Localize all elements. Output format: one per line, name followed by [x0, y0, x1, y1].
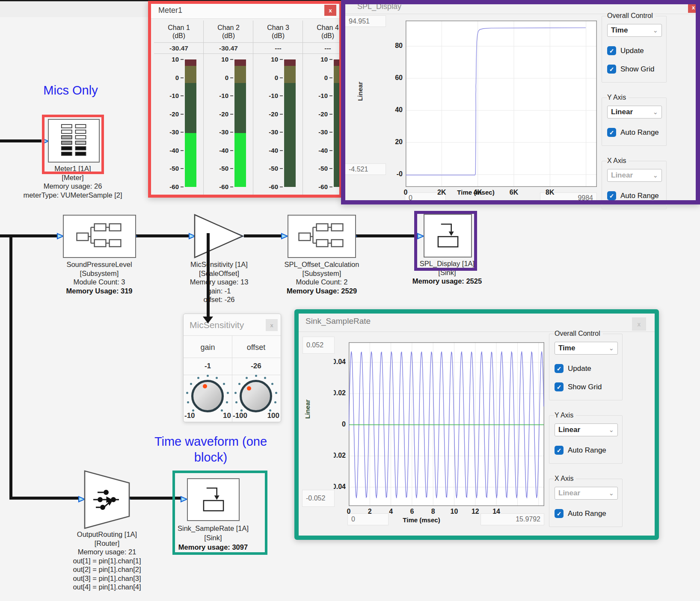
knob-pointer-dot [247, 386, 251, 391]
knob-cell-gain: gain-1-1010 [184, 335, 232, 422]
x-axis-scale-dropdown[interactable]: Linear⌄ [607, 169, 662, 182]
diagram-canvas: Meter1 [1A][Meter]Memory usage: 26meterT… [0, 0, 700, 601]
meter1-close-button[interactable]: x [324, 5, 336, 16]
block-labels-spl-offset: SPL_Offset_Calculation[Subsystem]Module … [262, 260, 382, 295]
x-auto-range-checkbox[interactable]: ✓Auto Range [555, 509, 618, 518]
micsensitivity-close-button[interactable]: x [266, 319, 278, 331]
knob-tick-dot [255, 375, 257, 377]
block-label-line: Memory usage: 21 [47, 548, 167, 557]
y-tick-label: -0.04 [334, 483, 346, 491]
x-auto-range-checkbox[interactable]: ✓Auto Range [607, 191, 662, 200]
y-tick-label-text: -0 [397, 170, 403, 178]
knob-tick-dot [216, 377, 218, 379]
block-label-line: Memory usage: 3097 [153, 542, 273, 552]
knob-tick-dot [264, 377, 266, 379]
meter-tick-label: -30 [303, 128, 328, 136]
y-tick-label-text: 0.04 [334, 358, 346, 366]
knob-offset[interactable] [240, 380, 272, 412]
meter-channel-name: (dB) [172, 32, 185, 40]
block-meter1[interactable] [48, 119, 100, 163]
overall-control-dropdown[interactable]: Time⌄ [607, 24, 662, 37]
meter-tick-label: 10 [253, 56, 278, 63]
block-label-line: out[1] = pin[1].chan[1] [47, 557, 167, 565]
block-labels-soundpressurelevel: SoundPressureLevel[Subsystem]Module Coun… [39, 260, 159, 295]
checkbox-label: Auto Range [620, 192, 659, 200]
knob-tick-dot [227, 392, 229, 394]
x-axis-scale-dropdown[interactable]: Linear⌄ [555, 487, 618, 500]
x-tick-label: 10 [443, 508, 465, 515]
divider [184, 358, 232, 358]
knob-gain[interactable] [191, 380, 224, 412]
meter1-window: Meter1 x Chan 1(dB)-30.47100-10-20-30-40… [148, 1, 342, 198]
meter-tick-label: -30 [154, 128, 179, 136]
meter-tick-label: 10 [204, 56, 228, 63]
knob-max-label: 10 [211, 412, 231, 420]
subsystem-icon [73, 221, 127, 252]
knob-param-name: offset [232, 343, 280, 352]
annotation-time-waveform: Time waveform (one block) [137, 434, 285, 465]
control-group-label: Y Axis [555, 412, 576, 419]
sink_samplerate_scope-svg [349, 342, 544, 506]
meter-bar-area: 100-10-20-30-40-50-60 [253, 54, 303, 195]
x-tick-label: 6 [401, 508, 423, 515]
update-checkbox[interactable]: ✓Update [555, 364, 618, 373]
sink-icon [193, 482, 234, 518]
y-auto-range-checkbox[interactable]: ✓Auto Range [607, 128, 662, 137]
overall-control-dropdown[interactable]: Time⌄ [555, 342, 618, 355]
meter-channel-readout: --- [253, 43, 303, 54]
block-labels-spl-display: SPL_Display [1A][Sink]Memory usage: 2525 [387, 259, 507, 286]
dropdown-value: Time [558, 344, 575, 352]
control-group: Overall ControlTime⌄✓Update✓Show Grid [602, 12, 667, 83]
sink-close-button[interactable]: x [632, 317, 646, 331]
meter-tick-mark [181, 168, 184, 169]
show-grid-checkbox[interactable]: ✓Show Grid [607, 65, 662, 74]
block-sink-samplerate[interactable] [187, 478, 240, 521]
wire-micsensitivity-to-offset[interactable] [244, 234, 282, 237]
dropdown-value: Time [611, 26, 628, 35]
y-tick-label: 80 [386, 42, 403, 50]
spl-close-button[interactable]: x [688, 2, 699, 13]
meter-tick-label: 10 [303, 56, 328, 63]
subsystem-icon [295, 221, 349, 252]
meter-tick-label: -60 [303, 183, 328, 190]
chevron-down-icon: ⌄ [608, 344, 614, 352]
block-micsensitivity[interactable] [194, 214, 244, 258]
wire-branch-to-router[interactable] [9, 497, 79, 500]
wire-router-to-sink[interactable] [130, 497, 181, 500]
checkbox-check-icon: ✓ [555, 382, 564, 391]
meter-channel-name: (dB) [321, 32, 334, 40]
update-checkbox[interactable]: ✓Update [607, 46, 662, 55]
control-group-label: Overall Control [555, 330, 603, 338]
wire-to-soundpressurelevel[interactable] [0, 234, 57, 237]
y-axis-scale-dropdown[interactable]: Linear⌄ [607, 106, 662, 118]
wire-branch-vertical[interactable] [9, 234, 12, 500]
wire-spl-to-micsensitivity[interactable] [135, 234, 189, 237]
meter-channel-area: Chan 1(dB)-30.47100-10-20-30-40-50-60Cha… [154, 21, 339, 195]
meter-channel-header: Chan 4(dB) [303, 21, 339, 43]
block-spl-display[interactable] [424, 214, 472, 258]
wire-offset-to-spldisplay[interactable] [356, 234, 418, 237]
wire-to-meter[interactable] [0, 139, 42, 142]
checkbox-check-icon: ✓ [607, 128, 616, 137]
sink-ymax-readout: 0.052 [303, 337, 335, 354]
y-axis-scale-dropdown[interactable]: Linear⌄ [555, 423, 618, 436]
block-spl-offset-calculation[interactable] [288, 215, 356, 258]
meter-bar-area: 100-10-20-30-40-50-60 [204, 54, 253, 195]
y-tick-label: 20 [386, 138, 403, 147]
block-labels-meter1: Meter1 [1A][Meter]Memory usage: 26meterT… [13, 164, 133, 199]
control-group: Y AxisLinear⌄✓Auto Range [602, 94, 667, 146]
y-tick-label: 0 [334, 420, 346, 429]
meter-tick-label: -40 [154, 147, 179, 154]
y-auto-range-checkbox[interactable]: ✓Auto Range [555, 446, 618, 455]
meter-zone-segment [284, 83, 296, 187]
knob-value: -1 [184, 362, 232, 370]
y-tick-label-text: -0.02 [334, 452, 346, 459]
block-soundpressurelevel[interactable] [63, 215, 136, 258]
knob-min-label: -100 [233, 412, 252, 420]
meter-tick-mark [230, 187, 233, 187]
block-outputrouting[interactable] [84, 470, 131, 529]
meter-zone-segment [334, 83, 339, 187]
meter-tick-label: -20 [303, 110, 328, 118]
meter-tick-mark [329, 132, 332, 133]
show-grid-checkbox[interactable]: ✓Show Grid [555, 382, 618, 391]
